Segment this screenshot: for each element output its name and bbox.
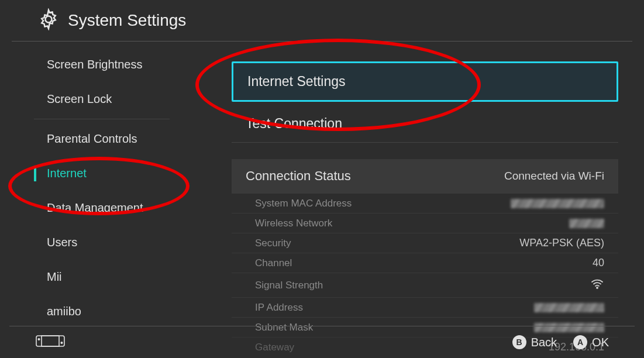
detail-row-ip-address: IP Address xyxy=(232,297,618,317)
detail-value: WPA2-PSK (AES) xyxy=(519,237,604,249)
sidebar: Screen Brightness Screen Lock Parental C… xyxy=(0,42,199,322)
sidebar-item-internet[interactable]: Internet xyxy=(34,156,199,191)
back-label: Back xyxy=(531,336,557,349)
connection-status-header: Connection Status Connected via Wi-Fi xyxy=(232,159,618,193)
svg-point-0 xyxy=(45,16,51,22)
sidebar-item-amiibo[interactable]: amiibo xyxy=(34,294,199,329)
sidebar-item-parental-controls[interactable]: Parental Controls xyxy=(34,122,199,156)
svg-point-5 xyxy=(61,342,62,343)
detail-label: IP Address xyxy=(255,302,303,314)
connection-status-value: Connected via Wi-Fi xyxy=(504,170,604,183)
main-area: Screen Brightness Screen Lock Parental C… xyxy=(0,42,644,322)
header: System Settings xyxy=(12,0,632,42)
detail-label: Wireless Network xyxy=(255,218,332,229)
menu-item-test-connection[interactable]: Test Connection xyxy=(232,105,618,143)
footer-buttons: B Back A OK xyxy=(512,335,609,349)
detail-label: Security xyxy=(255,237,291,249)
detail-row-channel: Channel 40 xyxy=(232,253,618,273)
sidebar-item-data-management[interactable]: Data Management xyxy=(34,191,199,225)
detail-row-mac: System MAC Address xyxy=(232,193,618,213)
content-panel: Internet Settings Test Connection Connec… xyxy=(199,42,644,322)
redacted-value xyxy=(569,219,604,228)
back-button[interactable]: B Back xyxy=(512,335,557,349)
svg-rect-2 xyxy=(36,336,64,346)
redacted-value xyxy=(511,199,604,208)
ok-label: OK xyxy=(592,336,609,349)
wifi-icon xyxy=(590,277,604,294)
sidebar-separator xyxy=(34,119,170,119)
sidebar-item-screen-brightness[interactable]: Screen Brightness xyxy=(34,47,199,82)
detail-row-wireless-network: Wireless Network xyxy=(232,213,618,233)
connection-status-label: Connection Status xyxy=(246,168,351,184)
detail-value: 40 xyxy=(593,257,604,269)
svg-point-4 xyxy=(38,339,39,340)
footer: B Back A OK xyxy=(9,326,635,358)
sidebar-item-mii[interactable]: Mii xyxy=(34,260,199,294)
sidebar-item-screen-lock[interactable]: Screen Lock xyxy=(34,82,199,116)
detail-row-signal-strength: Signal Strength xyxy=(232,273,618,297)
svg-rect-3 xyxy=(42,336,59,346)
detail-label: Signal Strength xyxy=(255,280,323,291)
page-title: System Settings xyxy=(68,11,186,30)
b-button-icon: B xyxy=(512,335,526,349)
ok-button[interactable]: A OK xyxy=(573,335,609,349)
a-button-icon: A xyxy=(573,335,587,349)
sidebar-item-users[interactable]: Users xyxy=(34,225,199,260)
menu-item-internet-settings[interactable]: Internet Settings xyxy=(232,61,618,102)
console-icon xyxy=(35,334,66,350)
svg-point-1 xyxy=(597,287,598,288)
detail-label: System MAC Address xyxy=(255,198,352,209)
detail-row-security: Security WPA2-PSK (AES) xyxy=(232,233,618,253)
redacted-value xyxy=(534,303,604,312)
gear-icon xyxy=(37,8,68,33)
detail-label: Channel xyxy=(255,257,292,269)
